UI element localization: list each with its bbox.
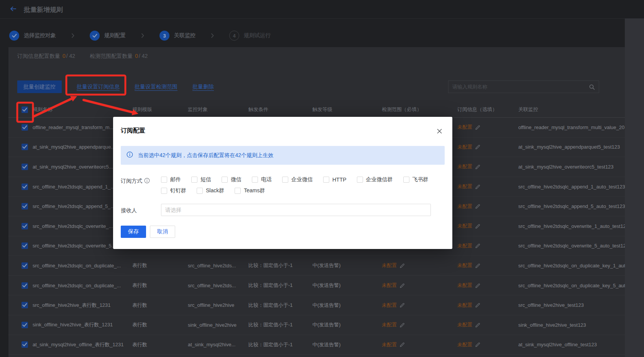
edit-pencil-icon[interactable] — [475, 223, 481, 229]
step-rule-config[interactable]: 规则配置 — [90, 31, 126, 41]
table-row: at_sink_mysql2hive_offline_表行数_1231表行数at… — [8, 335, 636, 355]
edit-pencil-icon[interactable] — [475, 243, 481, 249]
method-option-微信[interactable]: 微信 — [222, 176, 242, 183]
option-checkbox[interactable] — [222, 177, 228, 183]
row-checkbox[interactable] — [21, 223, 28, 229]
step-label: 规则配置 — [104, 32, 126, 39]
method-option-邮件[interactable]: 邮件 — [161, 176, 181, 183]
method-option-钉钉群[interactable]: 钉钉群 — [161, 187, 186, 194]
option-checkbox[interactable] — [403, 177, 409, 183]
not-configured-label: 未配置 — [457, 223, 472, 229]
row-checkbox[interactable] — [21, 164, 28, 170]
option-checkbox[interactable] — [357, 177, 363, 183]
option-checkbox[interactable] — [282, 177, 288, 183]
row-checkbox[interactable] — [21, 302, 28, 308]
method-option-电话[interactable]: 电话 — [252, 176, 272, 183]
option-checkbox[interactable] — [191, 177, 197, 183]
cancel-button[interactable]: 取消 — [150, 226, 175, 238]
subscription-cell: 未配置 — [457, 276, 481, 295]
edit-pencil-icon[interactable] — [399, 322, 405, 328]
name-cell: src_offline_hive2hive_表行数_1231 — [33, 295, 130, 315]
step-label: 关联监控 — [174, 32, 196, 39]
edit-pencil-icon[interactable] — [399, 263, 405, 269]
receiver-select[interactable] — [161, 204, 431, 216]
option-label: 短信 — [200, 176, 211, 183]
info-icon — [127, 151, 133, 159]
method-option-Slack群[interactable]: Slack群 — [197, 187, 224, 194]
row-checkbox[interactable] — [21, 262, 28, 269]
not-configured-label: 未配置 — [382, 262, 397, 269]
edit-pencil-icon[interactable] — [475, 322, 481, 328]
edit-pencil-icon[interactable] — [399, 342, 405, 347]
subscription-cell: 未配置 — [457, 236, 481, 256]
not-configured-label: 未配置 — [457, 242, 472, 249]
row-checkbox[interactable] — [21, 124, 28, 131]
edit-pencil-icon[interactable] — [475, 203, 481, 209]
edit-pencil-icon[interactable] — [475, 184, 481, 190]
edit-pencil-icon[interactable] — [475, 302, 481, 308]
name-cell: at_sink_mysql2hive_offline_表行数_1231 — [33, 335, 130, 355]
method-option-短信[interactable]: 短信 — [191, 176, 211, 183]
edit-pencil-icon[interactable] — [475, 283, 481, 288]
column-header: 监控对象 — [188, 102, 208, 118]
row-checkbox[interactable] — [21, 322, 28, 328]
step-number-badge: 4 — [229, 31, 239, 41]
batch-set-detection-range-button[interactable]: 批量设置检测范围 — [135, 84, 177, 90]
row-checkbox[interactable] — [21, 203, 28, 210]
edit-pencil-icon[interactable] — [475, 342, 481, 347]
column-header: 规则名称 — [33, 102, 53, 118]
method-option-HTTP[interactable]: HTTP — [323, 177, 347, 183]
template-cell: 表行数 — [132, 256, 147, 275]
help-info-icon[interactable] — [144, 178, 150, 183]
step-wizard: 选择监控对象 规则配置 3 关联监控 4 规则试运行 — [9, 31, 271, 41]
row-checkbox[interactable] — [21, 282, 28, 289]
row-checkbox[interactable] — [21, 183, 28, 190]
info-banner: 当前选中42个规则，点击保存后配置将在42个规则上生效 — [121, 146, 445, 165]
target-cell: src_offline_hive2tds... — [188, 256, 245, 275]
option-checkbox[interactable] — [197, 188, 203, 194]
row-checkbox[interactable] — [21, 341, 28, 348]
method-option-Teams群[interactable]: Teams群 — [235, 187, 265, 194]
linked-monitor-cell: src_offline_hive2tdsqlc_on_duplicate_key… — [518, 256, 636, 275]
batch-create-monitor-button[interactable]: 批量创建监控 — [17, 80, 62, 93]
detection-range-cell: 未配置 — [382, 335, 405, 355]
subscription-config-count: 订阅信息配置数量0/ 42 — [17, 53, 77, 60]
option-label: 微信 — [231, 176, 242, 183]
edit-pencil-icon[interactable] — [475, 263, 481, 269]
edit-pencil-icon[interactable] — [399, 283, 405, 288]
close-icon[interactable] — [437, 128, 443, 134]
step-select-target[interactable]: 选择监控对象 — [9, 31, 56, 41]
select-all-checkbox[interactable] — [21, 106, 28, 113]
option-checkbox[interactable] — [252, 177, 258, 183]
save-button[interactable]: 保存 — [121, 226, 146, 238]
row-checkbox[interactable] — [21, 144, 28, 150]
option-label: 飞书群 — [412, 176, 429, 183]
chevron-right-icon — [71, 33, 74, 38]
option-checkbox[interactable] — [161, 177, 167, 183]
subscription-config-modal: 订阅配置 当前选中42个规则，点击保存后配置将在42个规则上生效 订阅方式 邮件… — [113, 117, 452, 249]
detection-range-cell: 未配置 — [382, 276, 405, 295]
option-label: 电话 — [261, 176, 272, 183]
option-checkbox[interactable] — [235, 188, 241, 194]
method-option-企业微信群[interactable]: 企业微信群 — [357, 176, 393, 183]
method-option-企业微信[interactable]: 企业微信 — [282, 176, 313, 183]
edit-pencil-icon[interactable] — [399, 302, 405, 308]
table-row: src_offline_hive2tdsqlc_on_duplicate_...… — [8, 276, 636, 296]
batch-delete-button[interactable]: 批量删除 — [192, 84, 214, 90]
subscription-cell: 未配置 — [457, 157, 481, 177]
edit-pencil-icon[interactable] — [475, 144, 481, 150]
modal-title: 订阅配置 — [121, 127, 145, 135]
option-checkbox[interactable] — [323, 177, 329, 183]
method-option-飞书群[interactable]: 飞书群 — [403, 176, 429, 183]
row-checkbox[interactable] — [21, 242, 28, 249]
edit-pencil-icon[interactable] — [475, 124, 481, 130]
rule-search-input[interactable] — [449, 81, 599, 93]
not-configured-label: 未配置 — [382, 282, 397, 289]
step-link-monitor[interactable]: 3 关联监控 — [159, 31, 196, 41]
scrollbar-track[interactable] — [625, 18, 644, 357]
back-arrow-icon[interactable] — [10, 6, 17, 13]
option-checkbox[interactable] — [161, 188, 167, 194]
batch-set-subscription-button[interactable]: 批量设置订阅信息 — [77, 84, 120, 90]
page-title: 批量新增规则 — [24, 5, 63, 14]
edit-pencil-icon[interactable] — [475, 164, 481, 170]
